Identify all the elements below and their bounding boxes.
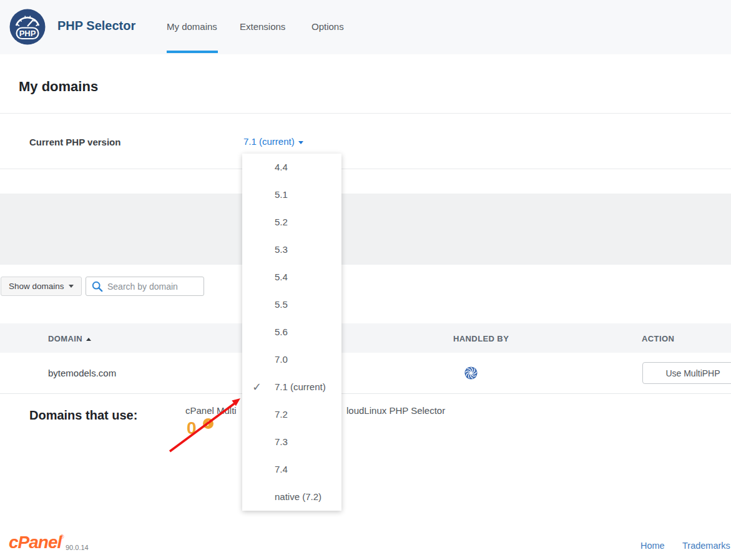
- footer-link-trademarks[interactable]: Trademarks: [682, 541, 730, 551]
- cloudlinux-selector-label: loudLinux PHP Selector: [346, 405, 445, 416]
- php-version-dropdown: 4.45.15.25.35.45.55.67.0✓7.1 (current)7.…: [242, 154, 341, 511]
- dropdown-item-label: 4.4: [275, 162, 288, 172]
- current-php-version-label: Current PHP version: [29, 137, 120, 147]
- check-icon: ✓: [252, 373, 262, 401]
- chevron-down-icon: [69, 285, 74, 288]
- dropdown-item[interactable]: 7.4: [242, 456, 341, 483]
- svg-text:PHP: PHP: [19, 29, 36, 38]
- use-multiphp-button[interactable]: Use MultiPHP: [642, 362, 731, 384]
- show-domains-label: Show domains: [9, 282, 64, 291]
- domains-that-use-heading: Domains that use:: [29, 408, 137, 423]
- php-version-select-value: 7.1 (current): [243, 136, 295, 147]
- dropdown-item[interactable]: ✓7.1 (current): [242, 373, 341, 401]
- dropdown-item[interactable]: 5.5: [242, 291, 341, 318]
- dropdown-item-label: native (7.2): [275, 491, 321, 502]
- annotation-arrow: [159, 392, 247, 458]
- dropdown-item-label: 5.1: [275, 189, 288, 200]
- cpanel-logo: cPanel: [9, 533, 61, 553]
- php-selector-page: PHP PHP Selector My domains Extensions O…: [0, 0, 731, 560]
- dropdown-item[interactable]: 5.6: [242, 318, 341, 346]
- php-logo-icon: PHP: [9, 9, 46, 45]
- column-header-domain-label: DOMAIN: [48, 334, 82, 343]
- app-title: PHP Selector: [57, 19, 135, 33]
- php-version-select[interactable]: 7.1 (current): [243, 136, 303, 147]
- domains-that-use-band: Domains that use: cPanel Multi 0 i loudL…: [0, 194, 731, 265]
- page-title: My domains: [19, 79, 98, 95]
- dropdown-item[interactable]: 4.4: [242, 154, 341, 181]
- registered-mark: ®: [60, 534, 64, 540]
- domains-table-header: DOMAIN HANDLED BY ACTION: [0, 323, 731, 353]
- dropdown-item-label: 5.2: [275, 217, 288, 227]
- dropdown-item[interactable]: 7.0: [242, 346, 341, 373]
- dropdown-item[interactable]: 5.3: [242, 236, 341, 263]
- dropdown-item[interactable]: 5.2: [242, 209, 341, 236]
- domain-cell: bytemodels.com: [48, 368, 116, 378]
- dropdown-item-label: 7.1 (current): [275, 381, 326, 392]
- dropdown-item-label: 7.4: [275, 464, 288, 474]
- dropdown-item-label: 7.3: [275, 436, 288, 447]
- show-domains-button[interactable]: Show domains: [1, 277, 82, 296]
- tab-my-domains[interactable]: My domains: [167, 21, 217, 32]
- dropdown-item-label: 5.5: [275, 299, 288, 310]
- footer-link-home[interactable]: Home: [640, 541, 665, 551]
- search-input[interactable]: [107, 282, 195, 292]
- dropdown-item-label: 5.3: [275, 244, 288, 255]
- dropdown-item-label: 5.4: [275, 272, 288, 282]
- footer-version: 90.0.14: [66, 544, 89, 551]
- dropdown-item[interactable]: 7.2: [242, 401, 341, 428]
- active-tab-indicator: [167, 51, 218, 53]
- tab-options[interactable]: Options: [312, 21, 344, 32]
- column-header-domain[interactable]: DOMAIN: [48, 334, 91, 343]
- dropdown-item-label: 7.0: [275, 354, 288, 365]
- dropdown-item[interactable]: 7.3: [242, 428, 341, 456]
- divider: [0, 113, 731, 114]
- dropdown-item-label: 5.6: [275, 327, 288, 337]
- dropdown-item-label: 7.2: [275, 409, 288, 420]
- loading-spinner-icon: [464, 366, 478, 380]
- column-header-handled-by: HANDLED BY: [453, 334, 509, 343]
- dropdown-item[interactable]: 5.4: [242, 263, 341, 291]
- table-row: bytemodels.com Use MultiPHP: [0, 353, 731, 394]
- search-box: [86, 277, 204, 296]
- chevron-down-icon: [298, 141, 303, 144]
- column-header-action: ACTION: [642, 334, 674, 343]
- sort-ascending-icon: [86, 338, 91, 341]
- dropdown-item[interactable]: native (7.2): [242, 483, 341, 511]
- divider: [0, 169, 731, 169]
- tab-extensions[interactable]: Extensions: [240, 21, 285, 32]
- search-icon: [92, 281, 103, 292]
- dropdown-item[interactable]: 5.1: [242, 181, 341, 209]
- app-header: PHP PHP Selector My domains Extensions O…: [0, 0, 731, 54]
